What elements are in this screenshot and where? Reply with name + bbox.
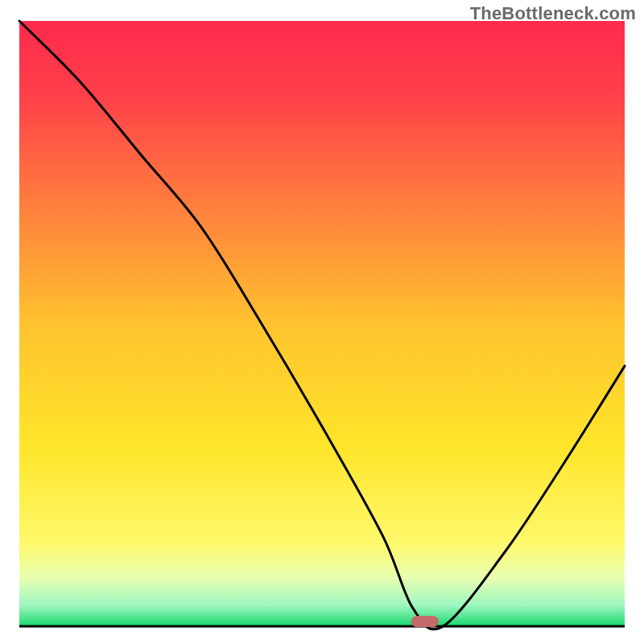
watermark-text: TheBottleneck.com: [470, 3, 636, 24]
chart-stage: TheBottleneck.com: [0, 0, 644, 644]
plot-area: [19, 21, 625, 626]
optimal-marker: [411, 616, 439, 627]
bottleneck-chart: [0, 0, 644, 644]
